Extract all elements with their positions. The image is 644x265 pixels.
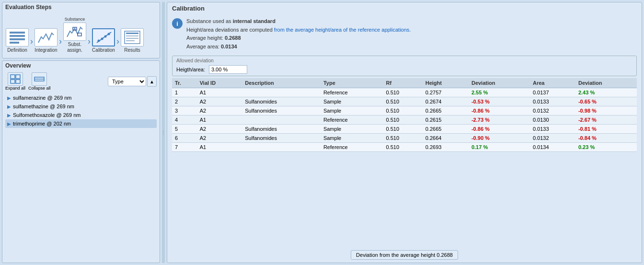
step-subst[interactable]: Subst.assign. xyxy=(63,23,87,53)
step-definition-icon xyxy=(6,28,29,46)
table-row[interactable]: 1A1Reference0.5100.27572.55 %0.01372.43 … xyxy=(172,88,637,97)
table-cell: 0.2664 xyxy=(423,134,469,143)
allowed-dev-title: Allowed deviation xyxy=(176,58,632,63)
type-select[interactable]: Type xyxy=(108,77,146,86)
step-results[interactable]: Results xyxy=(120,28,144,53)
info-avg-height-label: Average height: xyxy=(186,35,225,41)
table-cell: Sulfanomides xyxy=(242,134,321,143)
allowed-deviation-section: Allowed deviation Heigth/area: xyxy=(172,56,637,76)
table-row[interactable]: 7A1Reference0.5100.26930.17 %0.01340.23 … xyxy=(172,143,637,152)
height-area-label: Heigth/area: xyxy=(176,67,205,72)
splitter[interactable]: ⋮ xyxy=(162,2,165,263)
table-row[interactable]: 3A2SulfanomidesSample0.5100.2665-0.86 %0… xyxy=(172,106,637,115)
step-results-icon xyxy=(121,28,144,46)
table-cell: -0.53 % xyxy=(469,97,530,106)
table-cell: 0.23 % xyxy=(575,143,637,152)
list-item-0[interactable]: ▶ sulfamerazine @ 269 nm xyxy=(5,93,157,102)
table-cell: Sample xyxy=(321,97,383,106)
info-box: i Substance used as internal standard He… xyxy=(167,14,642,54)
table-cell: -0.98 % xyxy=(575,106,637,115)
table-cell: -0.86 % xyxy=(469,106,530,115)
table-cell: Sulfanomides xyxy=(242,125,321,134)
calibration-table: Tr. Vial ID Description Type Rf Height D… xyxy=(172,78,637,152)
svg-rect-0 xyxy=(10,32,25,34)
step-definition-label: Definition xyxy=(7,47,27,53)
expand-all-label: Expand all xyxy=(5,86,25,91)
step-subst-icon xyxy=(63,23,86,41)
info-icon: i xyxy=(172,18,183,29)
table-cell: 0.510 xyxy=(383,115,422,125)
table-cell: 1 xyxy=(172,88,197,97)
expand-all-button[interactable]: Expand all xyxy=(5,72,25,91)
info-avg-area-label: Average area: xyxy=(186,44,221,49)
table-cell: -0.81 % xyxy=(575,125,637,134)
list-item-1[interactable]: ▶ sulfamethazine @ 269 nm xyxy=(5,102,157,111)
table-cell: 0.2665 xyxy=(423,125,469,134)
step-calibration[interactable]: Calibration xyxy=(92,28,115,53)
info-line1-pre: Substance used as xyxy=(186,18,233,24)
col-description: Description xyxy=(242,78,321,88)
up-button[interactable]: ▲ xyxy=(147,76,157,87)
table-cell: Reference xyxy=(321,115,383,125)
svg-rect-1 xyxy=(10,35,25,37)
info-line2-pre: Height/area deviations are computed xyxy=(186,27,274,33)
table-cell: 0.0132 xyxy=(530,134,575,143)
table-cell: 0.0132 xyxy=(530,106,575,115)
overview-list: ▶ sulfamerazine @ 269 nm ▶ sulfamethazin… xyxy=(2,92,160,263)
dev-row: Heigth/area: xyxy=(176,65,632,74)
deviation-avg-button[interactable]: Deviation from the average height 0.2688 xyxy=(351,250,458,260)
svg-rect-13 xyxy=(126,35,138,36)
overview-title: Overview xyxy=(2,61,160,70)
table-row[interactable]: 6A2SulfanomidesSample0.5100.2664-0.90 %0… xyxy=(172,134,637,143)
table-row[interactable]: 4A1Reference0.5100.2615-2.73 %0.0130-2.6… xyxy=(172,115,637,125)
calibration-panel: Calibration i Substance used as internal… xyxy=(167,2,642,263)
table-cell: Sample xyxy=(321,106,383,115)
table-cell: 6 xyxy=(172,134,197,143)
eval-steps-container: Definition › Integration › xyxy=(2,12,160,58)
table-cell: -0.84 % xyxy=(575,134,637,143)
table-row[interactable]: 2A2SulfanomidesSample0.5100.2674-0.53 %0… xyxy=(172,97,637,106)
table-cell: Sulfanomides xyxy=(242,106,321,115)
step-results-label: Results xyxy=(124,47,140,53)
collapse-all-icon xyxy=(32,72,47,86)
svg-rect-15 xyxy=(126,40,135,41)
svg-rect-12 xyxy=(126,33,138,34)
step-definition[interactable]: Definition xyxy=(5,28,29,53)
height-area-input[interactable] xyxy=(209,65,247,74)
info-avg-height-value: 0.2688 xyxy=(225,35,241,41)
list-arrow-2: ▶ xyxy=(7,113,11,118)
step-integration-icon xyxy=(34,28,58,46)
table-cell: Sample xyxy=(321,134,383,143)
list-arrow-1: ▶ xyxy=(7,104,11,109)
step-calibration-label: Calibration xyxy=(92,47,115,53)
table-cell: 0.510 xyxy=(383,88,422,97)
table-cell xyxy=(242,88,321,97)
table-cell: 0.2674 xyxy=(423,97,469,106)
col-area: Area xyxy=(530,78,575,88)
svg-rect-2 xyxy=(10,38,25,40)
svg-rect-19 xyxy=(16,80,20,83)
col-vialid: Vial ID xyxy=(197,78,242,88)
type-dropdown: Type ▲ xyxy=(108,76,157,87)
list-item-3[interactable]: ▶ trimethoprime @ 202 nm xyxy=(5,119,157,128)
table-cell: 5 xyxy=(172,125,197,134)
table-header-row: Tr. Vial ID Description Type Rf Height D… xyxy=(172,78,637,88)
step-subst-top-label: Substance xyxy=(65,17,85,22)
table-cell: -0.86 % xyxy=(469,125,530,134)
table-cell: 4 xyxy=(172,115,197,125)
eval-steps-title: Evaluation Steps xyxy=(2,2,160,12)
list-item-2[interactable]: ▶ Sulfomethoxazole @ 269 nm xyxy=(5,111,157,119)
col-type: Type xyxy=(321,78,383,88)
collapse-all-button[interactable]: Collapse all xyxy=(28,72,51,91)
table-row[interactable]: 5A2SulfanomidesSample0.5100.2665-0.86 %0… xyxy=(172,125,637,134)
table-cell: 0.2665 xyxy=(423,106,469,115)
left-panel: Evaluation Steps Definiti xyxy=(2,2,160,263)
list-label-3: trimethoprime @ 202 nm xyxy=(13,121,71,127)
svg-point-8 xyxy=(101,38,104,40)
step-subst-wrapper: Substance Subst.assign. xyxy=(63,17,87,53)
col-height: Height xyxy=(423,78,469,88)
table-cell: 0.510 xyxy=(383,106,422,115)
step-integration[interactable]: Integration xyxy=(34,28,58,53)
steps-row: Definition › Integration › xyxy=(5,15,157,55)
table-cell: 0.0133 xyxy=(530,97,575,106)
